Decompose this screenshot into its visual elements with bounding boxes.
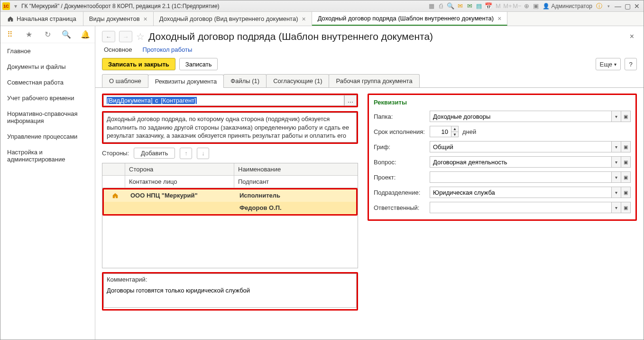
folder-open[interactable]: ▣: [621, 111, 631, 122]
nav-fwd-button[interactable]: →: [119, 31, 132, 42]
dtab-requisites[interactable]: Реквизиты документа: [148, 75, 224, 88]
sides-grid: Сторона Наименование Контактное лицо Под…: [102, 163, 358, 268]
grid-sub-contact[interactable]: Контактное лицо: [125, 176, 234, 188]
subnav-main[interactable]: Основное: [104, 46, 132, 53]
template-name-picker[interactable]: …: [344, 95, 357, 106]
help-button[interactable]: ?: [625, 58, 637, 70]
page-close-icon[interactable]: ×: [630, 32, 634, 41]
responsible-dropdown[interactable]: ▾: [612, 202, 621, 213]
toolbar-zoom-icon[interactable]: ⊕: [522, 1, 531, 11]
app-window: 1C ▾ ГК "Меркурий" / Документооборот 8 К…: [0, 0, 644, 340]
action-row: Записать и закрыть Записать Еще▾ ?: [95, 58, 644, 74]
toolbar-mminus-icon[interactable]: M−: [512, 1, 522, 11]
topic-open[interactable]: ▣: [621, 156, 631, 168]
dtab-about[interactable]: О шаблоне: [102, 74, 148, 87]
toolbar-preview-icon[interactable]: 🔍: [446, 1, 455, 11]
tab-contract-template[interactable]: Доходный договор подряда (Шаблон внутрен…: [312, 12, 508, 26]
tab-income-contract[interactable]: Доходный договор (Вид внутреннего докуме…: [154, 12, 312, 26]
search-icon[interactable]: 🔍: [61, 29, 72, 40]
folder-input[interactable]: [430, 111, 612, 122]
move-down-button[interactable]: ↓: [197, 148, 209, 159]
tab-doc-types[interactable]: Виды документов ×: [83, 12, 154, 26]
app-logo-icon: 1C: [2, 2, 10, 10]
toolbar-m-icon[interactable]: M: [493, 1, 503, 11]
stamp-open[interactable]: ▣: [621, 141, 631, 152]
dtab-workgroup[interactable]: Рабочая группа документа: [329, 74, 419, 87]
spin-up[interactable]: ▲: [451, 126, 458, 132]
toolbar-mail-out-icon[interactable]: ✉: [455, 1, 465, 11]
department-input[interactable]: [430, 187, 612, 198]
project-open[interactable]: ▣: [621, 171, 631, 183]
org-home-icon: [104, 190, 127, 201]
comment-textarea[interactable]: Договоры готовятся только юридической сл…: [103, 285, 357, 308]
toolbar-calc-icon[interactable]: ▤: [474, 1, 484, 11]
department-open[interactable]: ▣: [621, 187, 631, 198]
left-column: [ВидДокумента] с [Контрагент] … Доходный…: [102, 94, 358, 334]
move-up-button[interactable]: ↑: [180, 148, 192, 159]
tab-home[interactable]: Начальная страница: [0, 12, 83, 26]
toolbar-save-icon[interactable]: ▦: [427, 1, 436, 11]
add-side-button[interactable]: Добавить: [134, 148, 175, 159]
toolbar-info-dd-icon[interactable]: ▾: [604, 1, 613, 11]
toolbar-print-icon[interactable]: ⎙: [436, 1, 446, 11]
chevron-down-icon: ▾: [614, 62, 616, 67]
star-icon[interactable]: ★: [23, 29, 35, 40]
topic-dropdown[interactable]: ▾: [612, 156, 621, 168]
history-icon[interactable]: ↻: [42, 29, 53, 40]
stamp-input[interactable]: [430, 141, 612, 152]
save-button[interactable]: Записать: [179, 58, 218, 70]
user-label[interactable]: 👤Администратор: [541, 3, 594, 9]
folder-dropdown[interactable]: ▾: [612, 111, 621, 122]
dtab-approvers[interactable]: Согласующие (1): [266, 74, 329, 87]
sidebar-item-docs[interactable]: Документы и файлы: [0, 59, 95, 75]
sidebar-item-proc[interactable]: Управление процессами: [0, 129, 95, 144]
responsible-open[interactable]: ▣: [621, 202, 631, 213]
sidebar-item-ref[interactable]: Нормативно-справочная информация: [0, 106, 95, 129]
sidebar-item-time[interactable]: Учет рабочего времени: [0, 90, 95, 106]
tab-close-icon[interactable]: ×: [144, 15, 147, 23]
grid-sub-signer[interactable]: Подписант: [234, 176, 358, 188]
tab-close-icon[interactable]: ×: [302, 15, 305, 23]
responsible-input[interactable]: [430, 202, 612, 213]
template-name-input[interactable]: [ВидДокумента] с [Контрагент]: [103, 95, 344, 106]
toolbar-mail-in-icon[interactable]: ✉: [465, 1, 474, 11]
sidebar-item-main[interactable]: Главное: [0, 43, 95, 59]
grid-empty-area[interactable]: [102, 216, 358, 268]
spin-down[interactable]: ▼: [451, 132, 458, 137]
project-dropdown[interactable]: ▾: [612, 171, 621, 183]
titlebar: 1C ▾ ГК "Меркурий" / Документооборот 8 К…: [0, 0, 644, 12]
table-row[interactable]: Федоров О.П.: [104, 202, 356, 214]
grid-head-name[interactable]: Наименование: [234, 163, 358, 176]
tab-close-icon[interactable]: ×: [497, 15, 501, 22]
due-input[interactable]: [430, 126, 451, 137]
sidebar-item-collab[interactable]: Совместная работа: [0, 75, 95, 90]
toolbar-windows-icon[interactable]: ▣: [531, 1, 541, 11]
project-input[interactable]: [430, 171, 612, 183]
more-button[interactable]: Еще▾: [596, 58, 621, 70]
toolbar-info-icon[interactable]: ⓘ: [594, 1, 604, 11]
grid-head-side[interactable]: Сторона: [125, 163, 234, 176]
topic-input[interactable]: [430, 156, 612, 168]
stamp-dropdown[interactable]: ▾: [612, 141, 621, 152]
description-text[interactable]: Доходный договор подряда, по которому од…: [103, 113, 357, 142]
subnav-protocol[interactable]: Протокол работы: [143, 46, 193, 53]
window-close[interactable]: ✕: [632, 2, 642, 10]
bell-icon[interactable]: 🔔: [80, 29, 91, 40]
window-minimize[interactable]: —: [613, 2, 623, 10]
table-row[interactable]: ООО НПЦ "Меркурий" Исполнитель: [104, 189, 356, 202]
dropdown-icon[interactable]: ▾: [12, 2, 19, 10]
app-tabs: Начальная страница Виды документов × Дох…: [0, 12, 644, 26]
apps-icon[interactable]: ⠿: [4, 29, 16, 40]
nav-back-button[interactable]: ←: [102, 31, 115, 42]
window-restore[interactable]: ▢: [623, 2, 632, 10]
save-close-button[interactable]: Записать и закрыть: [102, 58, 175, 70]
cell-side: ООО НПЦ "Меркурий": [127, 189, 236, 201]
favorite-star-icon[interactable]: ☆: [136, 31, 145, 42]
department-dropdown[interactable]: ▾: [612, 187, 621, 198]
grid-head-icon: [102, 163, 125, 176]
dtab-files[interactable]: Файлы (1): [223, 74, 267, 87]
field-department: Подразделение: ▾ ▣: [374, 187, 631, 198]
toolbar-calendar-icon[interactable]: 📅: [484, 1, 493, 11]
sidebar-item-admin[interactable]: Настройка и администрирование: [0, 144, 95, 167]
toolbar-mplus-icon[interactable]: M+: [503, 1, 512, 11]
